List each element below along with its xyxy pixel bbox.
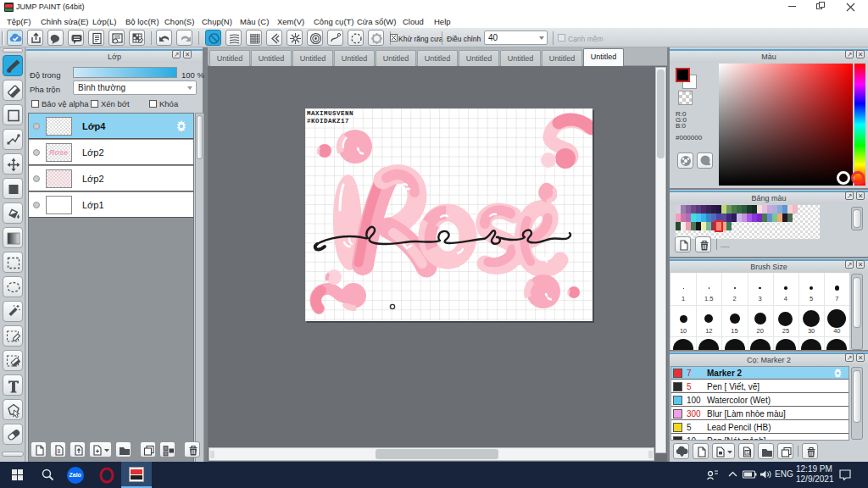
svg-text:S: S bbox=[746, 450, 749, 455]
svg-text:8: 8 bbox=[58, 448, 61, 454]
